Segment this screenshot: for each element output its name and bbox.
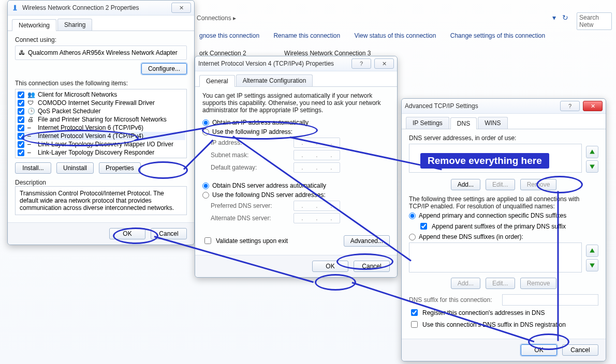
tab-alternate-configuration[interactable]: Alternate Configuration bbox=[236, 74, 313, 86]
install-button[interactable]: Install... bbox=[15, 162, 51, 174]
move-up-button[interactable] bbox=[586, 146, 598, 158]
checkbox-append-parent[interactable]: Append parent suffixes of the primary DN… bbox=[409, 221, 598, 231]
tab-ip-settings[interactable]: IP Settings bbox=[406, 117, 449, 129]
window2-cancel-button[interactable]: Cancel bbox=[354, 261, 390, 272]
dns-suffix-label: DNS suffix for this connection: bbox=[409, 296, 497, 304]
cmd-change-settings[interactable]: Change settings of this connection bbox=[450, 32, 545, 39]
dns-add-button[interactable]: Add... bbox=[451, 179, 480, 190]
tab-general[interactable]: General bbox=[199, 75, 235, 87]
alternate-dns-field[interactable]: ... bbox=[294, 213, 340, 223]
description-text: Transmission Control Protocol/Internet P… bbox=[15, 186, 187, 215]
uninstall-button[interactable]: Uninstall bbox=[56, 162, 94, 174]
explorer-search-input[interactable]: Search Netw bbox=[577, 12, 612, 30]
share-icon: 🖨 bbox=[27, 116, 35, 123]
radio-obtain-ip-auto[interactable]: Obtain an IP address automatically bbox=[202, 119, 390, 126]
suffix-move-up-button[interactable] bbox=[586, 245, 598, 257]
svg-rect-1 bbox=[13, 10, 17, 11]
suffix-edit-button[interactable]: Edit... bbox=[486, 278, 515, 289]
qos-icon: 🕒 bbox=[27, 108, 35, 115]
tab-dns[interactable]: DNS bbox=[450, 117, 477, 129]
description-title: Description bbox=[15, 179, 187, 186]
explorer-breadcrumb[interactable]: Connections ▸ bbox=[197, 14, 236, 22]
advanced-tcpip-window: Advanced TCP/IP Settings ? ✕ IP Settings… bbox=[401, 98, 606, 361]
cmd-view-status[interactable]: View status of this connection bbox=[355, 32, 436, 39]
alternate-dns-label: Alternate DNS server: bbox=[211, 215, 288, 222]
list-item: 👥Client for Microsoft Networks bbox=[17, 90, 185, 99]
list-item: 🛡COMODO Internet Security Firewall Drive… bbox=[17, 99, 185, 107]
refresh-icon[interactable]: ↻ bbox=[562, 13, 568, 22]
gateway-field[interactable]: ... bbox=[294, 162, 340, 173]
list-item: –Internet Protocol Version 6 (TCP/IPv6) bbox=[17, 124, 185, 132]
window1-cancel-button[interactable]: Cancel bbox=[151, 228, 187, 239]
configure-button[interactable]: Configure... bbox=[141, 63, 187, 74]
list-item: –Link-Layer Topology Discovery Responder bbox=[17, 148, 185, 157]
window2-close-button[interactable]: ✕ bbox=[374, 58, 394, 69]
suffix-add-button[interactable]: Add... bbox=[451, 278, 480, 289]
window1-ok-button[interactable]: OK bbox=[109, 228, 145, 239]
radio-append-primary[interactable]: Append primary and connection specific D… bbox=[409, 212, 598, 219]
checkbox-register-dns[interactable]: Register this connection's addresses in … bbox=[409, 308, 598, 317]
window2-title: Internet Protocol Version 4 (TCP/IPv4) P… bbox=[198, 60, 348, 67]
window3-ok-button[interactable]: OK bbox=[521, 344, 557, 356]
explorer-command-bar: gnose this connection Rename this connec… bbox=[199, 32, 558, 39]
explorer-nav-controls: ▾ ↻ bbox=[550, 13, 570, 22]
cmd-rename[interactable]: Rename this connection bbox=[273, 32, 340, 39]
network-adapter-icon bbox=[11, 4, 19, 12]
gateway-label: Default gateway: bbox=[211, 164, 288, 171]
ipv4-intro-text: You can get IP settings assigned automat… bbox=[202, 92, 390, 114]
radio-obtain-dns-auto[interactable]: Obtain DNS server address automatically bbox=[202, 182, 390, 189]
list-item: 🕒QoS Packet Scheduler bbox=[17, 107, 185, 115]
connect-using-label: Connect using: bbox=[15, 36, 187, 43]
ipv4-icon: – bbox=[27, 132, 35, 140]
svg-rect-0 bbox=[14, 5, 16, 10]
suffix-remove-button[interactable]: Remove bbox=[520, 278, 557, 289]
subnet-mask-label: Subnet mask: bbox=[211, 151, 288, 159]
applied-settings-text: The following three settings are applied… bbox=[409, 195, 598, 210]
window3-close-button[interactable]: ✕ bbox=[583, 101, 603, 111]
dns-suffixes-listbox[interactable] bbox=[409, 242, 582, 272]
move-down-button[interactable] bbox=[586, 160, 598, 173]
subnet-mask-field[interactable]: ... bbox=[294, 150, 340, 160]
window1-close-button[interactable]: ✕ bbox=[171, 3, 191, 13]
ip-address-field[interactable]: ... bbox=[294, 138, 340, 148]
window3-cancel-button[interactable]: Cancel bbox=[562, 344, 598, 356]
view-dropdown-icon[interactable]: ▾ bbox=[552, 13, 556, 22]
lltd-icon: – bbox=[27, 149, 35, 156]
window3-title: Advanced TCP/IP Settings bbox=[405, 102, 557, 110]
dns-edit-button[interactable]: Edit... bbox=[486, 179, 515, 190]
connection-properties-window: Wireless Network Connection 2 Properties… bbox=[7, 0, 195, 245]
tab-networking[interactable]: Networking bbox=[12, 19, 56, 31]
tab-sharing[interactable]: Sharing bbox=[57, 19, 92, 31]
radio-use-ip[interactable]: Use the following IP address: bbox=[202, 128, 390, 135]
connection-items-list[interactable]: 👥Client for Microsoft Networks 🛡COMODO I… bbox=[15, 89, 187, 158]
ip-address-label: IP address: bbox=[211, 139, 288, 146]
dns-remove-button[interactable]: Remove bbox=[520, 179, 557, 190]
adapter-name: Qualcomm Atheros AR956x Wireless Network… bbox=[28, 49, 178, 56]
checkbox-use-suffix[interactable]: Use this connection's DNS suffix in DNS … bbox=[409, 320, 598, 329]
properties-button[interactable]: Properties bbox=[99, 162, 141, 174]
preferred-dns-field[interactable]: ... bbox=[294, 201, 340, 211]
adapter-icon: 🖧 bbox=[19, 49, 25, 56]
tab-wins[interactable]: WINS bbox=[478, 117, 507, 129]
list-item: –Link-Layer Topology Discovery Mapper I/… bbox=[17, 140, 185, 148]
lltd-icon: – bbox=[27, 141, 35, 148]
preferred-dns-label: Preferred DNS server: bbox=[211, 202, 288, 209]
ipv4-properties-window: Internet Protocol Version 4 (TCP/IPv4) P… bbox=[195, 56, 398, 278]
window3-help-button[interactable]: ? bbox=[560, 101, 580, 111]
dns-suffix-field[interactable] bbox=[502, 294, 598, 306]
cmd-diagnose[interactable]: gnose this connection bbox=[199, 32, 259, 39]
suffix-move-down-button[interactable] bbox=[586, 259, 598, 271]
validate-checkbox[interactable]: Validate settings upon exit bbox=[202, 236, 288, 246]
list-item: 🖨File and Printer Sharing for Microsoft … bbox=[17, 115, 185, 124]
window2-help-button[interactable]: ? bbox=[351, 58, 371, 69]
client-icon: 👥 bbox=[27, 91, 35, 98]
dns-order-label: DNS server addresses, in order of use: bbox=[409, 134, 598, 142]
window1-title: Wireless Network Connection 2 Properties bbox=[22, 4, 168, 11]
items-label: This connection uses the following items… bbox=[15, 80, 187, 87]
annotation-remove-everything: Remove everything here bbox=[420, 153, 549, 169]
ipv6-icon: – bbox=[27, 124, 35, 131]
window2-ok-button[interactable]: OK bbox=[312, 261, 348, 272]
radio-use-dns[interactable]: Use the following DNS server addresses: bbox=[202, 191, 390, 199]
advanced-button[interactable]: Advanced... bbox=[344, 235, 390, 247]
radio-append-these[interactable]: Append these DNS suffixes (in order): bbox=[409, 233, 598, 240]
